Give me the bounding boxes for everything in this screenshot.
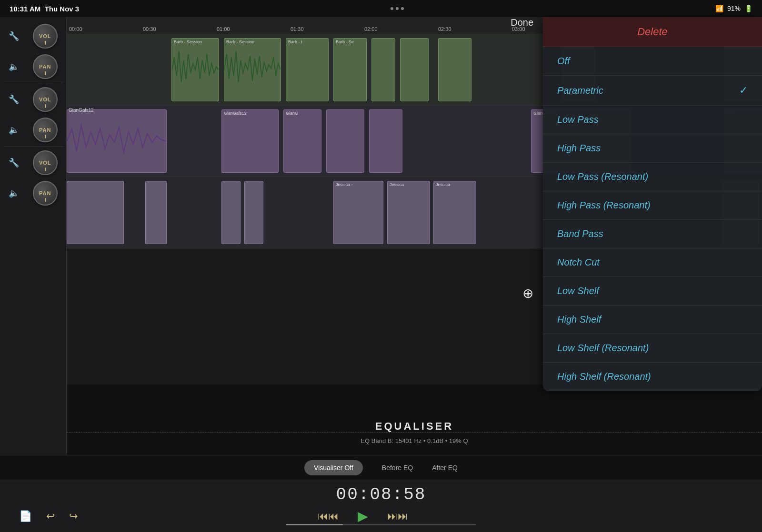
dropdown-item-lowpass-resonant-label: Low Pass (Resonant) [557, 171, 648, 182]
dropdown-menu: Delete Off Parametric ✓ Low Pass High Pa… [543, 17, 762, 391]
dropdown-check-icon: ✓ [739, 84, 748, 97]
dropdown-item-lowshelf[interactable]: Low Shelf [543, 277, 762, 305]
eq-subtitle: EQ Band B: 15401 Hz • 0.1dB • 19% Q [361, 437, 468, 444]
play-button[interactable]: ▶ [358, 508, 368, 524]
transport-left-group: 📄 ↩ ↪ [19, 510, 78, 522]
dropdown-item-parametric[interactable]: Parametric ✓ [543, 76, 762, 106]
battery-icon: 🔋 [744, 5, 752, 12]
ruler-mark-1: 00:30 [143, 26, 156, 32]
track1-pan-row: 🔈 PAN [0, 51, 66, 82]
dropdown-item-highshelf-resonant-label: High Shelf (Resonant) [557, 371, 651, 382]
pan-knob-2[interactable]: PAN [33, 118, 58, 142]
wifi-icon: 📶 [715, 5, 723, 12]
ruler-mark-3: 01:30 [291, 26, 304, 32]
ruler-mark-0: 00:00 [69, 26, 82, 32]
clip[interactable]: Jessica [387, 181, 430, 244]
dropdown-item-bandpass-label: Band Pass [557, 228, 603, 239]
clip[interactable] [145, 181, 167, 244]
dropdown-item-off-label: Off [557, 56, 570, 67]
done-button[interactable]: Done [511, 17, 533, 28]
dropdown-item-lowshelf-label: Low Shelf [557, 286, 599, 296]
dropdown-item-notchcut[interactable]: Notch Cut [543, 248, 762, 277]
clip[interactable] [371, 38, 395, 101]
track2-pan-row: 🔈 PAN [0, 115, 66, 145]
dropdown-item-lowpass[interactable]: Low Pass [543, 106, 762, 134]
vol-knob-1[interactable]: VOL [33, 24, 58, 49]
controls-sidebar: 🔧 VOL 🔈 PAN 🔧 VOL 🔈 PAN 🔧 VOL 🔈 PAN [0, 17, 67, 480]
track1-controls: 🔧 VOL [0, 21, 66, 51]
wrench-icon-1[interactable]: 🔧 [9, 31, 19, 41]
dropdown-item-highpass-label: High Pass [557, 143, 601, 154]
clip[interactable]: Barb - t [286, 38, 329, 101]
track2-controls: 🔧 VOL [0, 84, 66, 115]
clip[interactable]: GianGals12 [221, 109, 279, 173]
clip[interactable]: Barb - Session [224, 38, 281, 101]
dropdown-item-lowpass-resonant[interactable]: Low Pass (Resonant) [543, 163, 762, 191]
after-eq-label[interactable]: After EQ [432, 464, 458, 472]
dropdown-item-highpass-resonant[interactable]: High Pass (Resonant) [543, 191, 762, 220]
ruler-mark-5: 02:30 [438, 26, 451, 32]
clip[interactable]: Jessica - [333, 181, 383, 244]
status-bar: 10:31 AM Thu Nov 3 📶 91% 🔋 [0, 0, 762, 17]
ruler-mark-4: 02:00 [364, 26, 378, 32]
before-eq-label[interactable]: Before EQ [382, 464, 413, 472]
dropdown-item-highshelf[interactable]: High Shelf [543, 305, 762, 334]
clip[interactable]: Barb - Se [333, 38, 367, 101]
clip[interactable] [67, 181, 124, 244]
clip[interactable] [244, 181, 263, 244]
clip[interactable] [369, 109, 402, 173]
eq-title: EQUALISER [375, 420, 453, 433]
dropdown-item-highpass-resonant-label: High Pass (Resonant) [557, 200, 651, 211]
status-time: 10:31 AM Thu Nov 3 [10, 5, 79, 13]
redo-button[interactable]: ↪ [69, 510, 78, 522]
status-right: 📶 91% 🔋 [715, 5, 752, 12]
pan-knob-1[interactable]: PAN [33, 54, 58, 79]
track3-controls: 🔧 VOL [0, 148, 66, 178]
clip[interactable]: GianG [283, 109, 321, 173]
new-track-button[interactable]: 📄 [19, 510, 32, 522]
undo-button[interactable]: ↩ [46, 510, 55, 522]
dropdown-item-notchcut-label: Notch Cut [557, 257, 600, 268]
wrench-icon-3[interactable]: 🔧 [9, 158, 19, 168]
add-button[interactable]: ⊕ [522, 286, 533, 301]
ruler-mark-2: 01:00 [217, 26, 230, 32]
dropdown-item-lowshelf-resonant[interactable]: Low Shelf (Resonant) [543, 334, 762, 363]
dropdown-delete-label: Delete [637, 26, 668, 38]
speaker-icon-2[interactable]: 🔈 [9, 125, 19, 135]
transport-bar: 00:08:58 📄 ↩ ↪ ⏮⏮ ▶ ⏭⏭ [0, 480, 762, 532]
dropdown-item-lowpass-label: Low Pass [557, 114, 599, 125]
clip[interactable] [221, 181, 241, 244]
eq-dashed-line [67, 432, 762, 433]
speaker-icon-1[interactable]: 🔈 [9, 61, 19, 72]
wrench-icon-2[interactable]: 🔧 [9, 94, 19, 105]
dropdown-item-highpass[interactable]: High Pass [543, 134, 762, 163]
track3-pan-row: 🔈 PAN [0, 178, 66, 208]
transport-time: 00:08:58 [336, 485, 426, 504]
clip[interactable]: Jessica [433, 181, 476, 244]
fast-forward-button[interactable]: ⏭⏭ [387, 510, 408, 522]
clip[interactable] [438, 38, 471, 101]
vol-knob-2[interactable]: VOL [33, 87, 58, 112]
scrub-bar[interactable] [286, 524, 476, 525]
visualiser-off-button[interactable]: Visualiser Off [304, 460, 363, 475]
clip[interactable] [67, 109, 167, 173]
dropdown-item-off[interactable]: Off [543, 47, 762, 76]
clip[interactable] [400, 38, 429, 101]
clip[interactable]: Barb - Session [171, 38, 219, 101]
dropdown-item-lowshelf-resonant-label: Low Shelf (Resonant) [557, 343, 649, 354]
dropdown-delete-section[interactable]: Delete [543, 17, 762, 47]
status-center [391, 7, 404, 10]
rewind-button[interactable]: ⏮⏮ [318, 510, 339, 522]
dropdown-item-highshelf-label: High Shelf [557, 314, 601, 325]
scrub-progress [286, 524, 343, 525]
speaker-icon-3[interactable]: 🔈 [9, 188, 19, 198]
vol-knob-3[interactable]: VOL [33, 150, 58, 175]
pan-knob-3[interactable]: PAN [33, 181, 58, 206]
transport-center: ⏮⏮ ▶ ⏭⏭ [318, 508, 408, 524]
visualiser-bar: Visualiser Off Before EQ After EQ [0, 455, 762, 480]
transport-controls: 📄 ↩ ↪ ⏮⏮ ▶ ⏭⏭ [0, 508, 762, 524]
dropdown-item-bandpass[interactable]: Band Pass [543, 220, 762, 248]
clip[interactable] [326, 109, 364, 173]
dropdown-item-parametric-label: Parametric [557, 85, 603, 96]
dropdown-item-highshelf-resonant[interactable]: High Shelf (Resonant) [543, 363, 762, 391]
